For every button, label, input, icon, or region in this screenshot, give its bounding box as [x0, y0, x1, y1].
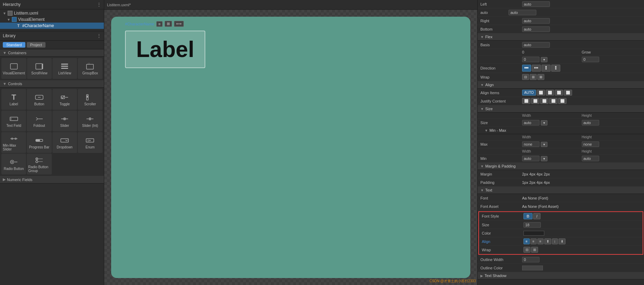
input-min-width[interactable]	[522, 156, 539, 161]
italic-btn[interactable]: I	[533, 213, 540, 219]
min-width-dropdown[interactable]: ▾	[541, 156, 547, 161]
ctrl-text-field[interactable]: Text Field	[1, 111, 26, 131]
input-width[interactable]	[522, 120, 539, 125]
direction-row-reverse-btn[interactable]	[532, 65, 541, 72]
text-align-left-btn[interactable]: ≡	[523, 238, 530, 244]
wrap-reverse-btn[interactable]: ⊠	[537, 74, 544, 80]
ctrl-foldout[interactable]: Foldout	[27, 111, 51, 131]
input-height[interactable]	[582, 120, 599, 125]
canvas-area[interactable]: #CharacterName ≡ ⊞ ⟺ Label CSDN @才青土的小苏打…	[104, 10, 477, 285]
ctrl-dropdown[interactable]: Dropdown	[52, 132, 77, 153]
align-center-align-btn[interactable]: ⬜	[546, 90, 554, 96]
svg-rect-13	[87, 96, 88, 98]
justify-space-between-btn[interactable]: ⬜	[549, 98, 558, 104]
tree-item-character-name[interactable]: T #CharacterName	[0, 23, 104, 29]
section-controls[interactable]: ▼ Controls	[0, 80, 104, 88]
outline-color-swatch[interactable]	[522, 266, 543, 270]
justify-flex-start-btn[interactable]: ⬜	[522, 98, 530, 104]
direction-col-btn[interactable]	[542, 65, 551, 72]
wrap-wrap-btn[interactable]: ⊞	[530, 74, 537, 80]
justify-center-btn[interactable]: ⬜	[531, 98, 539, 104]
ctrl-button[interactable]: Button	[27, 89, 51, 110]
input-min-height[interactable]	[582, 156, 599, 161]
ctrl-radio-button-group[interactable]: Radio Button Group	[27, 154, 51, 174]
input-top[interactable]: auto	[509, 10, 536, 15]
ctrl-slider[interactable]: Slider	[52, 111, 77, 131]
size-label-field: Size	[480, 121, 522, 125]
ctrl-list-view[interactable]: ListView	[52, 58, 77, 79]
justify-content-group: ⬜ ⬜ ⬜ ⬜ ⬜	[522, 98, 567, 104]
input-max-width[interactable]	[522, 141, 539, 147]
align-auto-btn[interactable]: AUTO	[522, 90, 536, 96]
section-containers[interactable]: ▼ Containers	[0, 49, 104, 57]
text-wrap-off-btn[interactable]: ⊟	[523, 247, 530, 253]
section-text-shadow[interactable]: ▶ Text Shadow	[478, 272, 644, 279]
max-width-dropdown[interactable]: ▾	[541, 142, 547, 147]
section-min-max[interactable]: ▼ Min - Max	[478, 127, 644, 134]
ctrl-scroll-view[interactable]: ScrollView	[27, 58, 52, 79]
justify-flex-end-btn[interactable]: ⬜	[540, 98, 548, 104]
text-align-center-btn[interactable]: ≡	[530, 238, 537, 244]
width-dropdown[interactable]: ▾	[541, 120, 547, 125]
ctrl-slider-int[interactable]: Slider (Int)	[78, 111, 102, 131]
input-left[interactable]	[522, 1, 550, 7]
tree-item-visual-element[interactable]: ▼ VisualElement	[0, 16, 104, 23]
section-numeric-fields[interactable]: ▶ Numeric Fields	[0, 176, 104, 184]
input-font-size[interactable]: 18	[523, 222, 541, 228]
input-max-height[interactable]	[582, 141, 599, 147]
ctrl-scroller[interactable]: Scroller	[78, 89, 102, 110]
text-valign-bot-btn[interactable]: ⬇	[559, 238, 565, 244]
section-margin-padding-label: Margin & Padding	[485, 164, 515, 168]
text-align-right-btn[interactable]: ≡	[537, 238, 544, 244]
label-min-height: Height	[582, 149, 610, 153]
bold-btn[interactable]: B	[523, 213, 532, 219]
input-outline-width[interactable]: 0	[522, 257, 539, 262]
direction-col-reverse-btn[interactable]	[551, 65, 560, 72]
shrink-dropdown[interactable]: ▾	[541, 57, 547, 62]
svg-rect-41	[536, 67, 537, 68]
align-left-btn[interactable]: ≡	[156, 21, 163, 27]
ctrl-enum[interactable]: E▾ Enum	[78, 132, 102, 153]
direction-row-btn[interactable]	[522, 65, 531, 72]
library-menu-icon[interactable]: ⋮	[97, 33, 101, 38]
color-swatch[interactable]	[523, 231, 544, 236]
tab-project[interactable]: Project	[27, 42, 46, 48]
hierarchy-menu-icon[interactable]: ⋮	[97, 2, 101, 7]
input-shrink[interactable]	[522, 57, 539, 62]
text-valign-mid-btn[interactable]: ↕	[552, 238, 558, 244]
section-margin-padding[interactable]: ▼ Margin & Padding	[478, 163, 644, 170]
label-element[interactable]: Label	[125, 31, 205, 68]
ctrl-progress-bar[interactable]: Progress Bar	[27, 132, 51, 153]
text-valign-top-btn[interactable]: ⬆	[544, 238, 551, 244]
svg-rect-45	[545, 69, 547, 70]
input-basis[interactable]	[522, 42, 550, 48]
ctrl-radio-button[interactable]: Radio Button	[1, 154, 26, 174]
ctrl-label[interactable]: T Label	[1, 89, 26, 110]
col-shrink-val: ▾	[522, 57, 582, 62]
ctrl-min-max-slider[interactable]: Min-Max Slider	[1, 132, 26, 153]
prop-align-items: Align Items AUTO ⬜ ⬜ ⬜ ⬜	[478, 89, 644, 97]
section-text[interactable]: ▼ Text	[478, 187, 644, 194]
wrap-nowrap-btn[interactable]: ⊟	[522, 74, 529, 80]
tree-item-listitem[interactable]: ▼ Listitem.uxml	[0, 10, 104, 16]
ctrl-group-box[interactable]: ▢ GroupBox	[78, 58, 102, 79]
align-center-btn[interactable]: ⊞	[165, 21, 172, 27]
section-align[interactable]: ▼ Align	[478, 81, 644, 89]
tab-standard[interactable]: Standard	[3, 42, 25, 48]
align-flex-end-btn[interactable]: ⬜	[555, 90, 563, 96]
input-grow[interactable]	[582, 57, 599, 62]
canvas-inner: #CharacterName ≡ ⊞ ⟺ Label	[111, 17, 470, 278]
prop-font-asset: Font Asset Aa None (Font Asset)	[478, 202, 644, 211]
input-bottom[interactable]: auto	[522, 26, 550, 32]
section-size[interactable]: ▼ Size	[478, 105, 644, 113]
ctrl-toggle[interactable]: Toggle	[52, 89, 77, 110]
svg-rect-48	[555, 66, 556, 67]
input-right[interactable]: auto	[522, 18, 550, 24]
text-wrap-on-btn[interactable]: ⊞	[531, 247, 538, 253]
align-flex-start-btn[interactable]: ⬜	[537, 90, 545, 96]
section-flex[interactable]: ▼ Flex	[478, 33, 644, 41]
justify-space-around-btn[interactable]: ⬜	[558, 98, 567, 104]
align-stretch-btn[interactable]: ⬜	[564, 90, 572, 96]
expand-btn[interactable]: ⟺	[174, 21, 184, 27]
ctrl-visual-element[interactable]: VisualElement	[1, 58, 26, 79]
